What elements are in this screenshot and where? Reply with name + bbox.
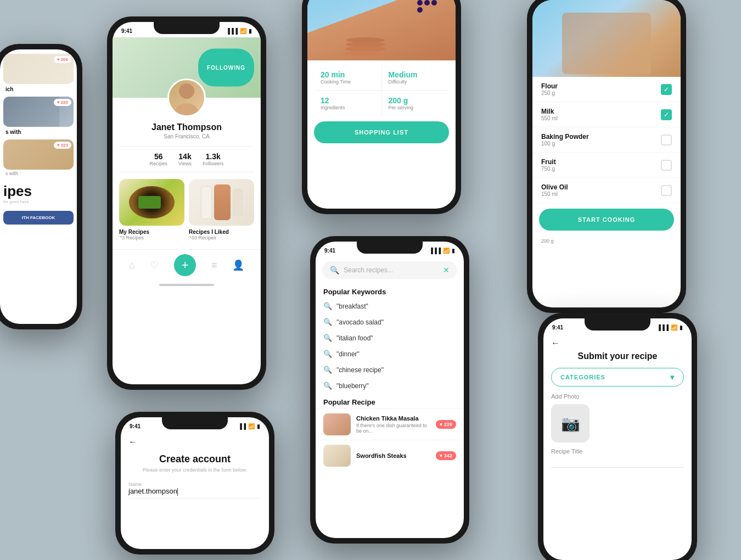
search-clear-icon[interactable]: ✕ <box>443 266 450 275</box>
keyword-search-icon-5: 🔍 <box>323 366 332 374</box>
swordfish-info: Swordfish Steaks <box>356 452 430 459</box>
layers-nav-icon[interactable]: ≡ <box>211 260 217 271</box>
keyword-search-icon-3: 🔍 <box>323 334 332 342</box>
keyword-search-icon-6: 🔍 <box>323 382 332 390</box>
create-signal-icon: ▐▐ <box>238 423 246 429</box>
stat-followers: 1.3k Followers <box>203 152 224 166</box>
swordfish-thumb <box>323 445 351 467</box>
keyword-search-icon-1: 🔍 <box>323 302 332 310</box>
notch <box>154 22 220 34</box>
home-nav-icon[interactable]: ⌂ <box>129 260 135 271</box>
recipe-stats-grid: 20 min Cooking Time Medium Difficulty 12… <box>314 65 449 116</box>
keyword-chinese[interactable]: 🔍 "chinese recipe" <box>316 362 464 378</box>
baking-powder-checkbox[interactable] <box>661 135 672 145</box>
text-cursor <box>177 488 178 496</box>
profile-stats: 56 Recipes 14k Views 1.3k Followers <box>119 146 254 172</box>
search-status-icons: ▐▐▐ 📶 ▮ <box>429 248 455 254</box>
recipe-title-input[interactable] <box>551 457 684 468</box>
like-count-2: ♥220 <box>54 99 71 106</box>
fruit-checkbox[interactable] <box>661 160 672 171</box>
ingredient-flour[interactable]: Flour 250 g ✓ <box>532 77 681 102</box>
left-phone: ♥206 ich ♥220 s with ♥323 s with i <box>0 44 82 329</box>
popular-keywords-title: Popular Keywords <box>316 283 464 298</box>
my-recipes-section[interactable]: My Recipes 23 Recipes <box>119 179 184 240</box>
swordfish-heart-icon: ♥ <box>440 453 442 458</box>
keyword-search-icon-2: 🔍 <box>323 318 332 326</box>
photo-placeholder[interactable]: 📷 <box>551 404 590 443</box>
following-button[interactable]: FOLLOWING <box>198 49 254 87</box>
create-wifi-icon: 📶 <box>248 423 255 429</box>
signal-icon: ▐▐▐ <box>226 28 238 34</box>
start-cooking-button[interactable]: START COOKING <box>539 209 674 231</box>
profile-recipes-grid: My Recipes 23 Recipes Recipes I Liked 10… <box>113 172 261 247</box>
ingredient-milk[interactable]: Milk 550 ml ✓ <box>532 102 681 127</box>
search-notch <box>357 242 423 254</box>
like-count-1: ♥206 <box>54 56 71 63</box>
add-nav-button[interactable]: + <box>174 254 196 276</box>
search-input[interactable]: Search recipes... <box>344 266 439 274</box>
submit-battery-icon: ▮ <box>680 324 683 331</box>
liked-recipes-section[interactable]: Recipes I Liked 103 Recipes <box>189 179 254 240</box>
milk-checkbox[interactable]: ✓ <box>661 109 672 120</box>
submit-notch <box>585 318 650 331</box>
create-account-subtitle: Please enter your credentials in the for… <box>121 467 269 473</box>
recipe-item-swordfish[interactable]: Swordfish Steaks ♥ 342 <box>316 440 464 471</box>
profile-location: San Francisco, CA <box>121 133 252 139</box>
recipe-detail-phone: 20 min Cooking Time Medium Difficulty 12… <box>302 0 461 214</box>
ingredient-fruit[interactable]: Fruit 750 g <box>532 153 681 178</box>
flour-checkbox[interactable]: ✓ <box>661 84 672 95</box>
create-account-title: Create account <box>121 451 269 467</box>
keyword-blueberry[interactable]: 🔍 "blueberry" <box>316 378 464 394</box>
submit-status-icons: ▐▐▐ 📶 ▮ <box>657 324 683 331</box>
baking-powder-info: Baking Powder 100 g <box>541 133 589 147</box>
tikka-likes: ♥ 220 <box>436 420 456 429</box>
keyword-search-icon-4: 🔍 <box>323 350 332 358</box>
search-signal-icon: ▐▐▐ <box>429 248 441 254</box>
keyword-text-5: "chinese recipe" <box>336 366 384 374</box>
recipe-title-field-label: Recipe Title <box>543 445 692 456</box>
keyword-avocado[interactable]: 🔍 "avocado salad" <box>316 314 464 330</box>
categories-dropdown[interactable]: CATEGORIES ▾ <box>551 368 684 387</box>
name-value[interactable]: janet.thompson <box>128 487 261 499</box>
tikka-thumb <box>323 413 351 435</box>
tikka-name: Chicken Tikka Masala <box>356 415 430 422</box>
camera-icon: 📷 <box>561 415 580 433</box>
ingredient-baking-powder[interactable]: Baking Powder 100 g <box>532 127 681 153</box>
stat-views: 14k Views <box>178 152 192 166</box>
submit-status-time: 9:41 <box>552 324 563 331</box>
recipe-hero-image <box>307 0 456 60</box>
profile-nav-icon[interactable]: 👤 <box>232 259 244 271</box>
facebook-btn-partial[interactable]: ITH FACEBOOK <box>3 211 74 225</box>
name-field[interactable]: Name janet.thompson <box>121 478 269 502</box>
ingredient-olive-oil[interactable]: Olive Oil 150 ml <box>532 178 681 203</box>
keyword-dinner[interactable]: 🔍 "dinner" <box>316 346 464 362</box>
big-text: ipes he goes here <box>0 180 77 209</box>
popular-recipe-title: Popular Recipe <box>316 394 464 408</box>
search-wifi-icon: 📶 <box>443 248 450 254</box>
keyword-breakfast[interactable]: 🔍 "breakfast" <box>316 298 464 314</box>
like-count-3: ♥323 <box>54 142 71 149</box>
recipe-item-tikka[interactable]: Chicken Tikka Masala If there's one dish… <box>316 408 464 440</box>
svg-point-1 <box>175 103 199 115</box>
heart-nav-icon[interactable]: ♡ <box>150 259 159 271</box>
shopping-list-button[interactable]: SHOPPING LIST <box>314 121 449 143</box>
keyword-text-3: "italian food" <box>336 334 373 342</box>
olive-oil-info: Olive Oil 150 ml <box>541 183 568 197</box>
create-notch <box>162 417 228 429</box>
card-title-1: ich <box>3 84 74 94</box>
olive-oil-checkbox[interactable] <box>661 185 672 196</box>
profile-phone: 9:41 ▐▐▐ 📶 ▮ FOLLOWING Janet Thompson <box>107 16 266 390</box>
keyword-text-1: "breakfast" <box>336 303 368 310</box>
cooking-time-cell: 20 min Cooking Time <box>314 65 381 90</box>
submit-back-button[interactable]: ← <box>543 334 692 350</box>
profile-hero: FOLLOWING <box>113 37 261 98</box>
keyword-italian[interactable]: 🔍 "italian food" <box>316 330 464 346</box>
status-icons: ▐▐▐ 📶 ▮ <box>226 28 252 34</box>
create-account-phone: 9:41 ▐▐ 📶 ▮ ← Create account Please ente… <box>115 412 274 555</box>
search-bar[interactable]: 🔍 Search recipes... ✕ <box>322 261 457 279</box>
tikka-heart-icon: ♥ <box>440 422 442 427</box>
create-back-button[interactable]: ← <box>121 433 269 451</box>
swordfish-name: Swordfish Steaks <box>356 452 430 459</box>
stat-recipes: 56 Recipes <box>150 152 168 166</box>
battery-icon: ▮ <box>249 28 252 34</box>
